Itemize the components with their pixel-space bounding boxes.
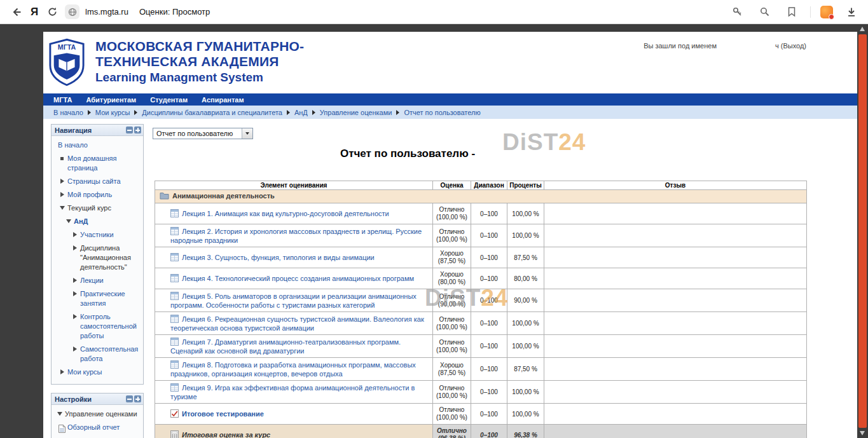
grade-feedback <box>544 358 807 381</box>
sidebar-item-label[interactable]: Обзорный отчет <box>66 423 142 432</box>
grade-item-link[interactable]: Лекция 9. Игра как эффективная форма ани… <box>170 384 415 400</box>
lesson-icon <box>170 227 179 236</box>
grade-item-cell: Лекция 8. Подготовка и разработка анимац… <box>155 358 433 381</box>
sidebar-item-label[interactable]: Страницы сайта <box>66 177 142 186</box>
grade-row: Лекция 3. Сущность, функция, типология и… <box>155 247 807 268</box>
password-key-icon[interactable] <box>728 3 746 21</box>
address-bar[interactable]: lms.mgta.ru Оценки: Просмотр <box>65 4 210 19</box>
sidebar-item-label: Текущий курс <box>66 203 142 213</box>
sidebar-item: Практические занятия <box>54 287 142 310</box>
expand-icon[interactable] <box>71 243 79 250</box>
breadcrumb-item[interactable]: Мои курсы <box>95 109 130 116</box>
block-move-icon[interactable] <box>134 127 141 133</box>
category-name: Анимационная деятельность <box>172 192 275 200</box>
scroll-down-icon[interactable] <box>860 431 865 435</box>
grade-item-link[interactable]: Лекция 7. Драматургия анимационно-театра… <box>170 338 401 355</box>
sidebar-item: Обзорный отчет <box>54 421 142 435</box>
expand-icon[interactable] <box>71 312 79 319</box>
grade-feedback <box>544 381 807 404</box>
navbar-item[interactable]: МГТА <box>53 96 79 104</box>
navbar-item[interactable]: Абитуриентам <box>79 96 143 104</box>
breadcrumb-item[interactable]: Управление оценками <box>320 109 392 116</box>
sidebar-item: Лекции <box>54 274 142 287</box>
grade-item-link[interactable]: Лекция 3. Сущность, функция, типология и… <box>182 254 375 261</box>
grade-item-link[interactable]: Лекция 2. История и хронология массовых … <box>170 228 422 244</box>
collapse-icon[interactable] <box>58 203 66 210</box>
yandex-browser-logo[interactable]: Я <box>25 6 43 18</box>
settings-block-header: Настройки <box>52 394 143 405</box>
block-move-icon[interactable] <box>134 395 141 402</box>
navbar-item[interactable]: Студентам <box>143 96 195 104</box>
column-header: Диапазон <box>471 181 507 190</box>
lesson-icon <box>170 292 179 301</box>
back-button[interactable] <box>8 3 25 21</box>
bullet-icon <box>58 154 66 160</box>
navigation-block: Навигация В началоМоя домашняя страницаС… <box>51 124 144 385</box>
grade-value: Хорошо(87,50 %) <box>433 247 471 268</box>
breadcrumb-separator-icon <box>134 110 137 115</box>
grade-feedback <box>544 335 807 358</box>
download-icon[interactable] <box>843 3 860 21</box>
expand-icon[interactable] <box>71 345 79 352</box>
sidebar-item-label[interactable]: Лекции <box>79 276 142 285</box>
grade-item-cell: Лекция 2. История и хронология массовых … <box>155 224 433 247</box>
breadcrumb-item[interactable]: В начало <box>53 109 83 116</box>
grade-row: Лекция 5. Роль аниматоров в организации … <box>155 289 807 312</box>
grade-range: 0–100 <box>471 381 507 404</box>
grade-item-link[interactable]: Лекция 5. Роль аниматоров в организации … <box>170 292 417 309</box>
sidebar-item-label[interactable]: Участники <box>79 230 142 240</box>
sidebar-item-label[interactable]: АнД <box>72 217 142 226</box>
sidebar-item-label[interactable]: Мои курсы <box>66 367 142 377</box>
mgta-logo[interactable]: МГТА <box>48 38 85 87</box>
scroll-up-icon[interactable] <box>860 27 865 31</box>
breadcrumb-separator-icon <box>88 110 91 115</box>
site-info-button[interactable] <box>65 4 79 19</box>
grade-value: Отлично(100,00 %) <box>433 203 471 224</box>
scrollbar[interactable] <box>857 24 868 438</box>
sidebar-item-label[interactable]: Контроль самостоятельной работы <box>79 312 142 341</box>
grade-item-link[interactable]: Лекция 4. Технологический процесс создан… <box>182 275 414 282</box>
search-icon[interactable] <box>755 3 773 21</box>
calc-icon <box>170 430 179 438</box>
expand-icon[interactable] <box>58 367 66 374</box>
expand-icon[interactable] <box>71 289 79 296</box>
expand-icon[interactable] <box>58 177 66 184</box>
sidebar-item-label[interactable]: Практические занятия <box>79 289 142 308</box>
grade-item-link[interactable]: Лекция 1. Анимация как вид культурно-дос… <box>182 210 389 217</box>
sidebar-item-label[interactable]: Самостоятельная работа <box>79 345 142 364</box>
breadcrumb-item[interactable]: Дисциплины бакалавриата и специалитета <box>142 109 282 116</box>
bookmark-flag-icon[interactable] <box>783 3 801 21</box>
globe-icon <box>68 8 77 17</box>
navbar-item[interactable]: Аспирантам <box>195 96 251 104</box>
sidebar-item-label[interactable]: Мой профиль <box>66 190 142 200</box>
block-collapse-icon[interactable] <box>126 127 133 133</box>
grade-range: 0–100 <box>471 268 507 289</box>
lms-page: МГТА МОСКОВСКАЯ ГУМАНИТАРНО- ТЕХНИЧЕСКАЯ… <box>43 32 857 438</box>
expand-icon[interactable] <box>71 276 79 283</box>
grade-row: Лекция 2. История и хронология массовых … <box>155 224 807 247</box>
collapse-icon[interactable] <box>55 409 64 416</box>
collapse-icon[interactable] <box>64 217 72 223</box>
grade-item-link[interactable]: Лекция 8. Подготовка и разработка анимац… <box>170 361 416 378</box>
site-title-line3: Learning Managment System <box>95 69 304 86</box>
grade-value: Отлично(96,38 %) <box>433 425 471 438</box>
grade-item-link[interactable]: Лекция 6. Рекреационная сущность туристс… <box>170 315 424 332</box>
scrollbar-thumb[interactable] <box>858 34 867 428</box>
breadcrumb-item[interactable]: Отчет по пользователю <box>404 109 480 116</box>
grade-item-link[interactable]: Итоговое тестирование <box>182 410 264 418</box>
logout-link[interactable]: (Выход) <box>781 42 806 50</box>
report-type-value: Отчет по пользователю <box>156 130 233 137</box>
mgta-logo-text: МГТА <box>58 43 76 51</box>
grades-table-body: Анимационная деятельность Лекция 1. Аним… <box>155 190 807 438</box>
reload-button[interactable] <box>43 3 61 21</box>
grade-item-cell: Лекция 5. Роль аниматоров в организации … <box>155 289 433 312</box>
grade-percent: 96,38 % <box>507 425 544 438</box>
expand-icon[interactable] <box>71 230 79 237</box>
report-type-select[interactable]: Отчет по пользователю <box>153 128 253 139</box>
extension-icon[interactable] <box>820 6 833 18</box>
address-url[interactable]: lms.mgta.ru <box>85 7 128 17</box>
breadcrumb-item[interactable]: АнД <box>294 109 308 116</box>
grade-feedback <box>544 203 807 224</box>
block-collapse-icon[interactable] <box>126 395 133 402</box>
expand-icon[interactable] <box>58 190 66 197</box>
